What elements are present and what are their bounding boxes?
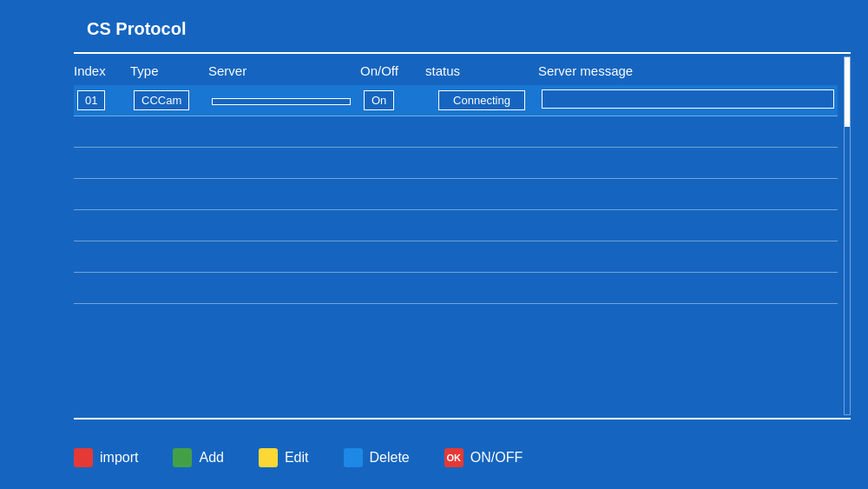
table-row[interactable] [74, 210, 838, 241]
import-icon [74, 448, 93, 467]
add-label: Add [199, 450, 223, 466]
onoff-label: ON/OFF [470, 450, 523, 466]
scrollbar[interactable] [844, 56, 851, 415]
ok-icon: OK [444, 448, 464, 467]
cell-type: CCCam [130, 89, 208, 112]
import-label: import [100, 450, 138, 466]
index-box: 01 [77, 90, 105, 110]
cell-message [538, 88, 838, 113]
table-row[interactable] [74, 273, 838, 304]
onoff-button[interactable]: OK ON/OFF [444, 448, 523, 467]
top-divider [74, 52, 851, 54]
content-area: Index Type Server On/Off status Server m… [74, 56, 838, 415]
col-header-type: Type [130, 63, 208, 78]
type-box: CCCam [134, 90, 189, 110]
page-title: CS Protocol [87, 19, 186, 39]
bottom-divider [74, 418, 851, 420]
delete-icon [344, 448, 363, 467]
cell-server [208, 92, 360, 109]
col-header-index: Index [74, 63, 130, 78]
edit-icon [259, 448, 278, 467]
cell-status: Connecting [425, 89, 538, 112]
add-button[interactable]: Add [173, 448, 223, 467]
col-header-status: status [425, 63, 538, 78]
table-row[interactable]: 01 CCCam On Connecting [74, 85, 838, 116]
bottom-buttons: import Add Edit Delete OK ON/OFF [74, 448, 838, 467]
col-header-message: Server message [538, 63, 838, 78]
import-button[interactable]: import [74, 448, 138, 467]
scrollbar-thumb[interactable] [845, 57, 850, 127]
edit-button[interactable]: Edit [259, 448, 309, 467]
table-row[interactable] [74, 116, 838, 148]
add-icon [173, 448, 192, 467]
table-row[interactable] [74, 179, 838, 210]
onoff-box: On [364, 90, 394, 110]
main-container: CS Protocol Index Type Server On/Off sta… [0, 0, 868, 489]
delete-button[interactable]: Delete [344, 448, 410, 467]
col-header-onoff: On/Off [360, 63, 425, 78]
table-row[interactable] [74, 241, 838, 273]
table-headers: Index Type Server On/Off status Server m… [74, 56, 838, 85]
table-row[interactable] [74, 148, 838, 179]
status-box: Connecting [438, 90, 525, 110]
cell-index: 01 [74, 89, 130, 112]
message-box [542, 89, 834, 109]
delete-label: Delete [370, 450, 410, 466]
edit-label: Edit [285, 450, 309, 466]
server-box [212, 98, 351, 105]
cell-onoff: On [360, 89, 425, 112]
col-header-server: Server [208, 63, 360, 78]
